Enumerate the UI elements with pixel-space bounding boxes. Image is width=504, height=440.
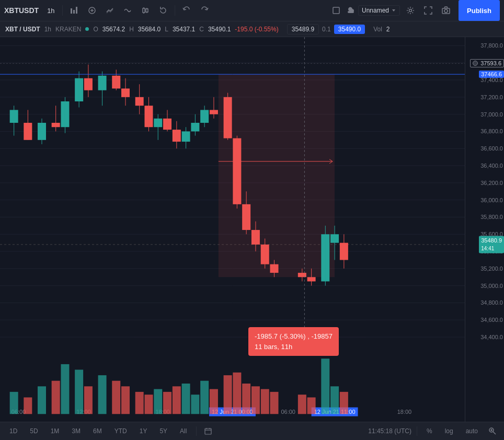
percent-label[interactable]: %	[422, 426, 437, 436]
open-value: 35674.2	[102, 26, 125, 33]
auto-label[interactable]: auto	[462, 426, 482, 436]
svg-line-21	[493, 432, 496, 434]
price-axis-label: 36,800.0	[480, 128, 503, 134]
bottom-bar: 1D 5D 1M 3M 6M YTD 1Y 5Y All 11:45:18 (U…	[0, 422, 504, 440]
bar-type-icon[interactable]	[138, 3, 153, 18]
price-axis-label: 34,600.0	[480, 317, 503, 323]
bottom-sep	[196, 426, 197, 436]
main-toolbar: XBTUSDT 1h Unnamed Publish	[0, 0, 504, 21]
price-axis-label: 36,400.0	[480, 163, 503, 169]
price-axis-label: 35,000.0	[480, 283, 503, 289]
timeframe-1d[interactable]: 1D	[5, 426, 21, 436]
current-price-label: 37593.6	[470, 59, 504, 67]
svg-point-15	[444, 9, 448, 13]
square-icon[interactable]	[329, 3, 343, 18]
sep-2	[175, 5, 175, 16]
timeframe-all[interactable]: All	[176, 426, 191, 436]
svg-rect-16	[205, 429, 211, 434]
zoom-icon[interactable]	[486, 425, 499, 437]
svg-rect-9	[146, 9, 148, 12]
price-axis-label: 37,200.0	[480, 94, 503, 100]
chart-main[interactable]: -1985.7 (-5.30%) , -19857 11 bars, 11h	[0, 37, 465, 422]
svg-point-13	[409, 9, 412, 12]
bottom-sep2	[417, 426, 417, 436]
svg-rect-0	[71, 8, 72, 14]
crosshair-price-label: 35480.914:41	[479, 236, 504, 253]
price-axis-label: 34,400.0	[480, 334, 503, 340]
unnamed-dropdown[interactable]: Unnamed	[358, 5, 400, 16]
price-axis-label: 35,800.0	[480, 214, 503, 220]
unnamed-label: Unnamed	[362, 7, 389, 14]
timeframe-ytd[interactable]: YTD	[110, 426, 131, 436]
highlight-price-label: 37466.6	[479, 71, 504, 78]
price-tag-blue: 35490.0	[334, 25, 365, 34]
bar-chart-icon[interactable]	[67, 3, 82, 18]
cloud-icon	[347, 6, 355, 15]
camera-icon[interactable]	[439, 3, 453, 18]
chart-container: -1985.7 (-5.30%) , -19857 11 bars, 11h 3…	[0, 37, 504, 422]
interval-selector[interactable]: 1h	[44, 6, 58, 16]
live-dot	[85, 27, 89, 31]
svg-rect-2	[76, 7, 77, 14]
compare-icon[interactable]	[102, 3, 117, 18]
chevron-down-icon	[391, 8, 396, 13]
price-axis-label: 37,800.0	[480, 42, 503, 49]
price-axis-label: 36,200.0	[480, 180, 503, 186]
svg-rect-6	[143, 8, 145, 13]
redo-icon[interactable]	[197, 3, 212, 18]
low-value: 35437.1	[173, 26, 195, 33]
cloud-area	[347, 6, 355, 15]
timeframe-3m[interactable]: 3M	[67, 426, 85, 436]
chart-canvas-wrapper[interactable]: -1985.7 (-5.30%) , -19857 11 bars, 11h	[0, 37, 465, 422]
pair-label: XBT / USDT	[5, 26, 40, 33]
price-axis-label: 36,600.0	[480, 145, 503, 152]
svg-rect-12	[333, 7, 339, 14]
low-label: L	[165, 26, 168, 33]
time-display: 11:45:18 (UTC)	[368, 427, 411, 435]
settings-icon[interactable]	[403, 3, 418, 18]
price-display: 35489.9	[287, 24, 319, 34]
indicators-icon[interactable]	[120, 3, 135, 18]
sep-1	[62, 5, 63, 16]
vol-label: Vol	[373, 26, 382, 33]
vol-value: 2	[386, 26, 390, 33]
timeframe-5d[interactable]: 5D	[26, 426, 42, 436]
timeframe-1m[interactable]: 1M	[47, 426, 64, 436]
publish-button[interactable]: Publish	[459, 0, 500, 21]
ohlc-bar: XBT / USDT 1h KRAKEN O 35674.2 H 35684.0…	[0, 21, 504, 37]
chart-canvas[interactable]	[0, 37, 465, 422]
change-value: -195.0 (-0.55%)	[235, 26, 278, 33]
svg-rect-1	[73, 10, 75, 14]
price-axis: 37,800.037,600.037,400.037,200.037,000.0…	[465, 37, 504, 422]
price-step: 0.1	[322, 26, 331, 33]
add-indicator-btn[interactable]	[85, 3, 99, 18]
price-axis-label: 34,800.0	[480, 299, 503, 306]
close-value: 35490.1	[208, 26, 231, 33]
fullscreen-icon[interactable]	[421, 3, 436, 18]
interval-display: 1h	[44, 26, 51, 33]
log-label[interactable]: log	[441, 426, 457, 436]
price-axis-label: 36,000.0	[480, 197, 503, 203]
exchange-label: KRAKEN	[55, 26, 81, 33]
high-label: H	[129, 26, 134, 33]
replay-icon[interactable]	[156, 3, 170, 18]
price-axis-labels: 37,800.037,600.037,400.037,200.037,000.0…	[465, 37, 504, 422]
calendar-icon[interactable]	[202, 425, 214, 437]
symbol-label[interactable]: XBTUSDT	[4, 6, 39, 15]
high-value: 35684.0	[138, 26, 161, 33]
close-label: C	[199, 26, 204, 33]
undo-icon[interactable]	[179, 3, 194, 18]
timeframe-6m[interactable]: 6M	[89, 426, 106, 436]
open-label: O	[93, 26, 98, 33]
price-axis-label: 37,000.0	[480, 111, 503, 118]
timeframe-5y[interactable]: 5Y	[155, 426, 171, 436]
price-axis-label: 35,200.0	[480, 265, 503, 272]
timeframe-1y[interactable]: 1Y	[135, 426, 152, 436]
